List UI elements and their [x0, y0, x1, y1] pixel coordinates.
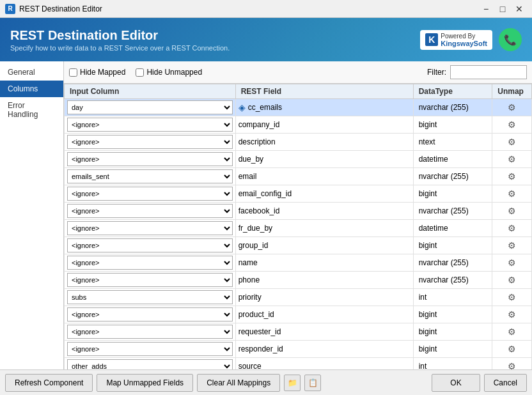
input-col-select[interactable]: <ignore>: [67, 152, 233, 166]
datatype-cell: nvarchar (255): [413, 168, 492, 185]
rest-field-cell: facebook_id: [235, 203, 413, 220]
input-col-cell: <ignore>: [65, 254, 236, 272]
table-row: other_addssourceint⚙: [65, 358, 532, 370]
input-col-cell: day: [65, 99, 236, 116]
table-row: day◈cc_emailsnvarchar (255)⚙: [65, 99, 532, 116]
unmap-button[interactable]: ⚙: [508, 258, 516, 268]
table-row: <ignore>due_bydatetime⚙: [65, 151, 532, 168]
rest-field-value: priority: [239, 293, 262, 302]
phone-button[interactable]: 📞: [499, 28, 522, 51]
unmap-cell: ⚙: [492, 341, 532, 358]
input-col-select[interactable]: emails_sent: [67, 169, 233, 183]
content-area: Hide Mapped Hide Unmapped Filter: Input …: [64, 61, 532, 369]
unmap-button[interactable]: ⚙: [508, 154, 516, 164]
datatype-cell: bigint: [413, 306, 492, 323]
icon-button-2[interactable]: 📋: [304, 375, 321, 391]
refresh-button[interactable]: Refresh Component: [5, 374, 93, 392]
table-row: <ignore>facebook_idnvarchar (255)⚙: [65, 203, 532, 220]
datatype-cell: int: [413, 289, 492, 306]
unmap-cell: ⚙: [492, 289, 532, 306]
input-col-select[interactable]: <ignore>: [67, 135, 233, 149]
input-col-select[interactable]: <ignore>: [67, 221, 233, 235]
input-col-select[interactable]: <ignore>: [67, 238, 233, 252]
rest-field-value: name: [239, 258, 258, 267]
cancel-button[interactable]: Cancel: [484, 374, 527, 392]
datatype-cell: nvarchar (255): [413, 272, 492, 289]
bottom-bar: Refresh Component Map Unmapped Fields Cl…: [0, 369, 532, 395]
input-col-select[interactable]: day: [67, 100, 233, 114]
input-col-select[interactable]: <ignore>: [67, 307, 233, 321]
unmap-cell: ⚙: [492, 237, 532, 254]
unmap-button[interactable]: ⚙: [508, 171, 516, 182]
unmap-button[interactable]: ⚙: [508, 206, 516, 216]
hide-mapped-checkbox[interactable]: [69, 68, 77, 77]
datatype-cell: bigint: [413, 116, 492, 134]
ks-logo-text: Powered By KingswaySoft: [441, 33, 487, 47]
rest-field-cell: group_id: [235, 237, 413, 254]
rest-field-cell: company_id: [235, 116, 413, 134]
rest-field-value: source: [239, 362, 262, 369]
map-unmapped-button[interactable]: Map Unmapped Fields: [97, 374, 193, 392]
unmap-cell: ⚙: [492, 168, 532, 185]
unmap-button[interactable]: ⚙: [508, 327, 516, 337]
unmap-cell: ⚙: [492, 272, 532, 289]
header: REST Destination Editor Specify how to w…: [0, 18, 532, 61]
ok-button[interactable]: OK: [432, 374, 480, 392]
hide-unmapped-checkbox[interactable]: [136, 68, 144, 77]
table-row: <ignore>group_idbigint⚙: [65, 237, 532, 254]
header-right: K Powered By KingswaySoft 📞: [420, 28, 522, 51]
unmap-button[interactable]: ⚙: [508, 137, 516, 147]
input-col-select[interactable]: <ignore>: [67, 256, 233, 270]
unmap-button[interactable]: ⚙: [508, 223, 516, 233]
input-col-select[interactable]: <ignore>: [67, 118, 233, 132]
sidebar-item-error-handling[interactable]: Error Handling: [0, 97, 63, 123]
rest-field-value: due_by: [239, 155, 263, 164]
minimize-button[interactable]: −: [478, 3, 494, 15]
sidebar-item-columns[interactable]: Columns: [0, 81, 63, 97]
input-col-cell: <ignore>: [65, 323, 236, 341]
unmap-button[interactable]: ⚙: [508, 275, 516, 285]
input-col-select[interactable]: <ignore>: [67, 325, 233, 339]
filter-section: Filter:: [427, 65, 527, 79]
maximize-button[interactable]: □: [495, 3, 510, 15]
unmap-button[interactable]: ⚙: [508, 102, 516, 112]
icon-button-1[interactable]: 📁: [284, 375, 301, 391]
unmap-button[interactable]: ⚙: [508, 189, 516, 199]
rest-field-cell: ◈cc_emails: [235, 99, 413, 116]
col-header-rest: REST Field: [235, 84, 413, 99]
unmap-button[interactable]: ⚙: [508, 120, 516, 130]
window-title: REST Destination Editor: [19, 4, 102, 13]
ks-logo-k: K: [425, 33, 438, 46]
hide-mapped-label[interactable]: Hide Mapped: [69, 68, 125, 77]
input-col-select[interactable]: <ignore>: [67, 273, 233, 287]
sidebar-item-general[interactable]: General: [0, 64, 63, 81]
rest-field-value: email_config_id: [239, 189, 292, 198]
unmap-button[interactable]: ⚙: [508, 292, 516, 302]
datatype-cell: bigint: [413, 185, 492, 203]
datatype-cell: datetime: [413, 151, 492, 168]
input-col-select[interactable]: subs: [67, 290, 233, 304]
input-col-cell: <ignore>: [65, 185, 236, 203]
unmap-button[interactable]: ⚙: [508, 240, 516, 251]
input-col-select[interactable]: <ignore>: [67, 187, 233, 201]
unmap-button[interactable]: ⚙: [508, 361, 516, 369]
input-col-select[interactable]: other_adds: [67, 359, 233, 369]
unmap-cell: ⚙: [492, 203, 532, 220]
input-col-select[interactable]: <ignore>: [67, 204, 233, 218]
clear-all-button[interactable]: Clear All Mappings: [197, 374, 280, 392]
rest-field-cell: due_by: [235, 151, 413, 168]
rest-field-cell: phone: [235, 272, 413, 289]
hide-unmapped-label[interactable]: Hide Unmapped: [136, 68, 202, 77]
unmap-button[interactable]: ⚙: [508, 309, 516, 320]
table-row: <ignore>responder_idbigint⚙: [65, 341, 532, 358]
close-button[interactable]: ✕: [512, 3, 527, 15]
rest-field-cell: fr_due_by: [235, 220, 413, 237]
datatype-cell: nvarchar (255): [413, 203, 492, 220]
datatype-cell: bigint: [413, 323, 492, 341]
rest-field-value: requester_id: [239, 327, 281, 336]
unmap-cell: ⚙: [492, 358, 532, 370]
filter-input[interactable]: [450, 65, 527, 79]
unmap-cell: ⚙: [492, 134, 532, 151]
input-col-select[interactable]: <ignore>: [67, 342, 233, 356]
unmap-button[interactable]: ⚙: [508, 344, 516, 354]
